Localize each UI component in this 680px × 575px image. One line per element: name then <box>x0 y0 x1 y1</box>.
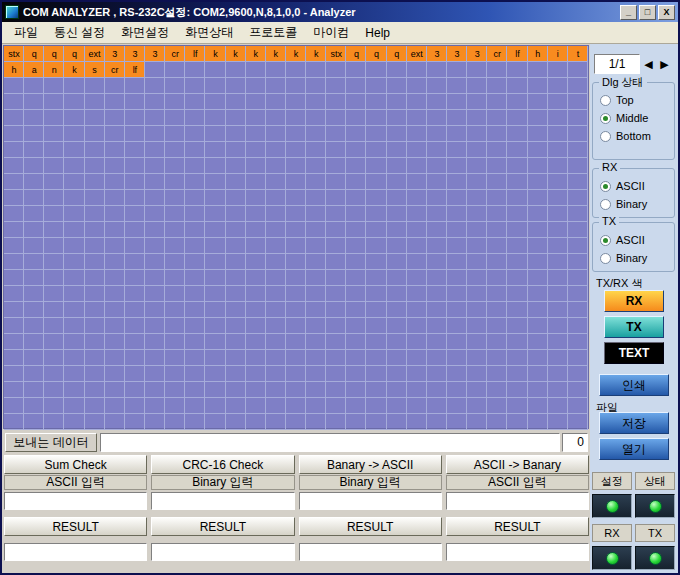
rx-led-on-icon <box>606 552 619 565</box>
print-button[interactable]: 인쇄 <box>599 374 669 396</box>
grid-cell <box>447 206 467 222</box>
grid-cell <box>246 238 266 254</box>
radio-ascii[interactable]: ASCII <box>600 177 670 195</box>
grid-cell <box>467 126 487 142</box>
grid-cell <box>246 78 266 94</box>
grid-cell <box>548 414 568 430</box>
prev-page-button[interactable]: ◀ <box>641 54 656 74</box>
tool-result-output[interactable] <box>446 543 589 561</box>
grid-cell <box>64 190 84 206</box>
grid-cell <box>507 174 527 190</box>
send-data-input[interactable] <box>100 433 560 452</box>
grid-cell <box>568 94 588 110</box>
grid-cell <box>346 366 366 382</box>
grid-cell <box>427 174 447 190</box>
menu-item-마이컴[interactable]: 마이컴 <box>305 22 357 43</box>
tool-input[interactable] <box>446 492 589 510</box>
menu-item-파일[interactable]: 파일 <box>6 22 46 43</box>
menu-item-Help[interactable]: Help <box>357 24 398 42</box>
text-color-button[interactable]: TEXT <box>604 342 664 364</box>
radio-top[interactable]: Top <box>600 91 670 109</box>
grid-cell <box>125 94 145 110</box>
grid-cell <box>286 318 306 334</box>
grid-cell <box>286 110 306 126</box>
grid-cell <box>185 222 205 238</box>
grid-cell <box>64 126 84 142</box>
grid-cell <box>145 382 165 398</box>
grid-cell <box>4 318 24 334</box>
tool-header-button[interactable]: Sum Check <box>4 455 147 474</box>
tool-result-button[interactable]: RESULT <box>151 517 294 536</box>
grid-cell <box>105 206 125 222</box>
grid-cell <box>487 238 507 254</box>
grid-cell <box>447 190 467 206</box>
radio-bottom[interactable]: Bottom <box>600 127 670 145</box>
grid-cell <box>85 398 105 414</box>
close-button[interactable]: X <box>658 5 675 20</box>
grid-cell <box>507 142 527 158</box>
grid-cell <box>266 318 286 334</box>
grid-cell <box>346 350 366 366</box>
minimize-button[interactable]: _ <box>620 5 637 20</box>
radio-ascii[interactable]: ASCII <box>600 231 670 249</box>
grid-cell <box>85 78 105 94</box>
grid-cell <box>145 94 165 110</box>
tool-result-button[interactable]: RESULT <box>446 517 589 536</box>
tool-header-button[interactable]: Banary -> ASCII <box>299 455 442 474</box>
grid-cell <box>145 302 165 318</box>
grid-cell <box>568 78 588 94</box>
title-bar[interactable]: COM ANALYZER , RS-232C설정: COM2,9600,N,8,… <box>2 2 678 22</box>
grid-cell <box>326 78 346 94</box>
tool-input[interactable] <box>4 492 147 510</box>
grid-cell <box>165 238 185 254</box>
grid-cell <box>64 318 84 334</box>
tool-input[interactable] <box>299 492 442 510</box>
radio-binary[interactable]: Binary <box>600 249 670 267</box>
next-page-button[interactable]: ▶ <box>657 54 672 74</box>
grid-cell <box>4 126 24 142</box>
save-button[interactable]: 저장 <box>599 412 669 434</box>
grid-cell <box>306 366 326 382</box>
tool-input[interactable] <box>151 492 294 510</box>
radio-middle[interactable]: Middle <box>600 109 670 127</box>
grid-cell <box>568 174 588 190</box>
maximize-button[interactable]: □ <box>639 5 656 20</box>
grid-cell <box>387 254 407 270</box>
grid-cell <box>205 222 225 238</box>
grid-cell <box>346 254 366 270</box>
data-grid[interactable]: stxqqqext333crlfkkkkkkstxqqqext333crlfhi… <box>3 45 589 429</box>
grid-cell <box>346 318 366 334</box>
menu-item-화면상태[interactable]: 화면상태 <box>177 22 241 43</box>
rx-color-button[interactable]: RX <box>604 290 664 312</box>
menu-item-화면설정[interactable]: 화면설정 <box>113 22 177 43</box>
grid-cell <box>326 174 346 190</box>
grid-cell <box>205 350 225 366</box>
tool-result-button[interactable]: RESULT <box>4 517 147 536</box>
menu-item-통신 설정[interactable]: 통신 설정 <box>46 22 113 43</box>
grid-cell <box>266 238 286 254</box>
grid-cell <box>366 286 386 302</box>
tool-result-output[interactable] <box>151 543 294 561</box>
grid-cell <box>4 254 24 270</box>
tool-result-output[interactable] <box>299 543 442 561</box>
grid-cell <box>306 238 326 254</box>
grid-cell <box>326 238 346 254</box>
grid-cell <box>185 366 205 382</box>
grid-cell <box>528 254 548 270</box>
grid-cell <box>44 174 64 190</box>
grid-cell <box>24 222 44 238</box>
grid-cell <box>346 62 366 78</box>
tool-result-button[interactable]: RESULT <box>299 517 442 536</box>
grid-cell <box>487 206 507 222</box>
tool-header-button[interactable]: ASCII -> Banary <box>446 455 589 474</box>
grid-cell <box>366 222 386 238</box>
radio-binary[interactable]: Binary <box>600 195 670 213</box>
menu-item-프로토콜[interactable]: 프로토콜 <box>241 22 305 43</box>
tool-result-output[interactable] <box>4 543 147 561</box>
send-data-button[interactable]: 보내는 데이터 <box>5 433 97 452</box>
tool-header-button[interactable]: CRC-16 Check <box>151 455 294 474</box>
open-button[interactable]: 열기 <box>599 438 669 460</box>
grid-cell <box>507 398 527 414</box>
tx-color-button[interactable]: TX <box>604 316 664 338</box>
grid-cell <box>24 174 44 190</box>
